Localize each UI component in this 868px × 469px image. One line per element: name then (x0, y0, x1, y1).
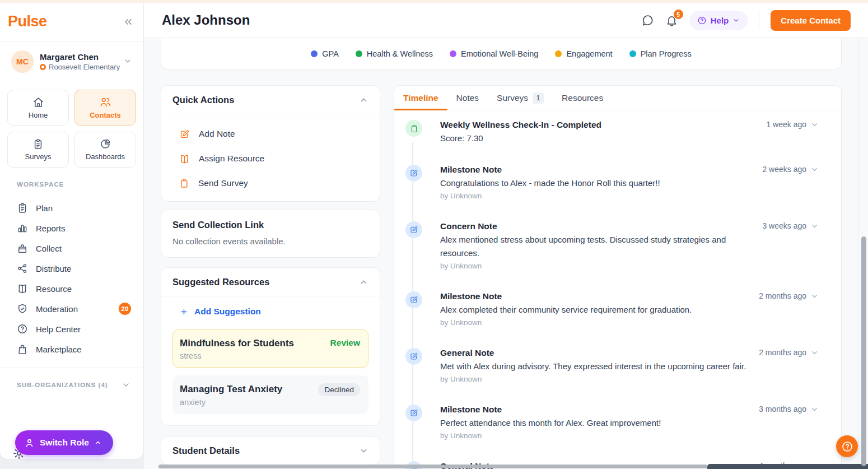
sidebar-item-help-center[interactable]: Help Center (0, 319, 143, 339)
timeline-item: Concern Note Alex mentioned stress about… (404, 220, 819, 272)
notification-count-badge: 5 (674, 10, 683, 19)
note-pencil-icon (409, 408, 418, 417)
notifications-bell-icon[interactable]: 5 (665, 14, 678, 27)
sidebar-tile-contacts[interactable]: Contacts (74, 90, 136, 126)
timeline-item-body: Alex mentioned stress about upcoming tes… (440, 233, 753, 260)
resource-tag: stress (180, 351, 360, 360)
timeline-item-author: by Unknown (440, 261, 753, 272)
tab[interactable]: Timeline (394, 86, 447, 110)
expand-chevron-down-icon[interactable] (359, 446, 368, 456)
timeline-list: Weekly Wellness Check-In - Completed Sco… (394, 110, 841, 469)
sidebar-item-moderation[interactable]: Moderation20 (0, 299, 143, 319)
sidebar-tile-surveys[interactable]: Surveys (7, 132, 69, 168)
quick-actions-card: Quick Actions Add Note Assign Resource S… (161, 85, 380, 202)
chevron-down-icon (122, 380, 130, 389)
sidebar-item-collect[interactable]: Collect (0, 238, 143, 258)
collect-icon (17, 243, 28, 254)
resource-status-badge[interactable]: Review (330, 338, 360, 348)
sidebar-tile-home[interactable]: Home (7, 90, 69, 126)
timeline-item-timestamp: 3 weeks ago (762, 221, 806, 230)
legend-dot (311, 50, 318, 57)
user-menu[interactable]: MC Margaret Chen Roosevelt Elementary (11, 49, 132, 75)
legend-dot (629, 50, 636, 57)
book-icon (179, 154, 190, 164)
chevron-down-icon[interactable] (810, 349, 819, 357)
horizontal-scrollbar-thumb[interactable] (158, 465, 707, 468)
bottom-edge-bar (707, 464, 868, 469)
sub-organizations-toggle[interactable]: SUB-ORGANIZATIONS (4) (17, 380, 130, 389)
suggested-resources-title: Suggested Resources (172, 277, 269, 287)
app-logo: Pulse (8, 13, 47, 30)
legend-item-plan-progress: Plan Progress (629, 49, 692, 58)
tab-count-badge: 1 (533, 92, 544, 104)
timeline-item-title: General Note (440, 346, 750, 360)
chevron-down-icon[interactable] (810, 165, 819, 174)
person-icon (24, 438, 35, 448)
suggested-resource-item[interactable]: Managing Test Anxiety Declined anxiety (172, 375, 368, 414)
divider (0, 368, 143, 368)
moderation-count-badge: 20 (119, 303, 131, 315)
tab[interactable]: Surveys 1 (488, 86, 553, 110)
timeline-item-timestamp: 2 months ago (759, 291, 806, 300)
send-collection-link-card: Send Collection Link No collection event… (161, 210, 380, 258)
chevron-down-icon[interactable] (810, 120, 819, 129)
sidebar-tile-dashboards[interactable]: Dashboards (74, 132, 136, 168)
collapse-chevron-up-icon[interactable] (359, 95, 368, 105)
timeline-item-title: Milestone Note (440, 290, 750, 303)
chevron-down-icon[interactable] (810, 292, 819, 300)
timeline-item-author: by Unknown (440, 317, 750, 328)
note-pencil-icon (409, 169, 418, 178)
timeline-item-author: by Unknown (440, 191, 753, 202)
timeline-item-body: Alex completed their community service r… (440, 303, 750, 317)
reports-icon (17, 222, 28, 234)
sidebar-item-reports[interactable]: Reports (0, 218, 143, 238)
contacts-icon (99, 96, 111, 108)
sidebar-item-marketplace[interactable]: Marketplace (0, 339, 143, 359)
sidebar-item-plan[interactable]: Plan (0, 198, 143, 218)
timeline-item-body: Congratulations to Alex - made the Honor… (440, 177, 753, 190)
help-button[interactable]: Help (689, 11, 748, 30)
survey-clipboard-icon (410, 124, 418, 133)
org-dot-icon (40, 64, 46, 70)
vertical-scrollbar-thumb[interactable] (861, 236, 866, 466)
chevron-down-icon (123, 57, 132, 66)
timeline-panel: Timeline Notes Surveys 1 Resources (394, 85, 842, 469)
dashboards-icon (100, 138, 111, 150)
timeline-item-timestamp: 2 months ago (759, 348, 806, 357)
sidebar-item-resource[interactable]: Resource (0, 278, 143, 299)
chart-legend: GPA Health & Wellness Emotional Well-Bei… (161, 38, 842, 69)
book-icon (17, 283, 28, 294)
workspace-heading: WORKSPACE (17, 181, 64, 188)
timeline-item-title: Milestone Note (440, 163, 753, 177)
legend-item-health-wellness: Health & Wellness (356, 49, 433, 58)
chat-icon[interactable] (641, 14, 654, 27)
suggested-resource-item[interactable]: Mindfulness for Students Review stress (172, 329, 368, 368)
collapse-sidebar-icon[interactable] (123, 16, 134, 27)
resource-status-badge[interactable]: Declined (318, 383, 360, 396)
chevron-down-icon[interactable] (810, 222, 819, 230)
sub-organizations-heading: SUB-ORGANIZATIONS (4) (17, 382, 108, 388)
pencil-square-icon (179, 129, 190, 140)
chevron-up-icon (94, 439, 102, 447)
sidebar-item-distribute[interactable]: Distribute (0, 258, 143, 278)
student-details-title: Student Details (172, 445, 240, 456)
tab[interactable]: Resources (553, 86, 612, 110)
add-suggestion-button[interactable]: Add Suggestion (180, 307, 380, 317)
legend-item-emotional-well-being: Emotional Well-Being (450, 49, 538, 58)
page-title: Alex Johnson (162, 12, 250, 28)
timeline-item-title: Milestone Note (440, 403, 750, 416)
assign-resource-action[interactable]: Assign Resource (179, 150, 368, 167)
collection-link-title: Send Collection Link (172, 220, 264, 230)
send-survey-action[interactable]: Send Survey (179, 175, 368, 192)
timeline-item-author: by Unknown (440, 374, 750, 385)
add-note-action[interactable]: Add Note (179, 126, 368, 142)
tab[interactable]: Notes (447, 86, 488, 110)
plus-icon (180, 308, 188, 316)
floating-help-button[interactable] (836, 435, 858, 457)
create-contact-button[interactable]: Create Contact (771, 10, 851, 31)
note-pencil-icon (409, 352, 418, 361)
collapse-chevron-up-icon[interactable] (359, 277, 368, 287)
switch-role-button[interactable]: Switch Role (15, 430, 113, 455)
main-content: GPA Health & Wellness Emotional Well-Bei… (144, 38, 868, 469)
chevron-down-icon[interactable] (810, 405, 819, 414)
